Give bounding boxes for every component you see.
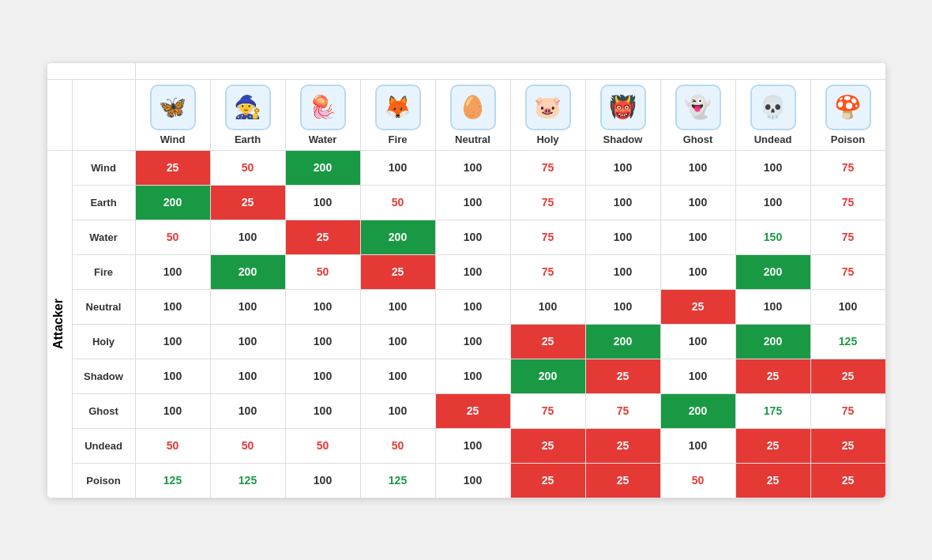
cell-shadow-neutral: 100 — [435, 359, 510, 393]
cell-fire-holy: 75 — [510, 254, 585, 289]
cell-neutral-water: 100 — [285, 289, 360, 324]
cell-holy-water: 100 — [285, 324, 360, 359]
cell-earth-poison: 75 — [810, 185, 885, 220]
cell-earth-shadow: 100 — [585, 185, 660, 220]
cell-water-undead: 150 — [735, 220, 810, 254]
cell-poison-holy: 25 — [510, 463, 585, 498]
top-left-empty — [47, 62, 135, 79]
cell-fire-shadow: 100 — [585, 254, 660, 289]
col-type-label-poison: Poison — [814, 133, 882, 148]
row-attacker-label-neutral: Neutral — [72, 289, 135, 324]
row-attacker-label-ghost: Ghost — [72, 393, 135, 428]
cell-shadow-fire: 100 — [360, 359, 435, 393]
cell-ghost-ghost: 200 — [660, 393, 735, 428]
col-header-wind: 🦋 Wind — [135, 79, 210, 150]
attacker-label: Attacker — [47, 150, 72, 498]
table-row: AttackerWind25502001001007510010010075 — [47, 150, 885, 185]
cell-neutral-holy: 100 — [510, 289, 585, 324]
shadow-icon: 👹 — [600, 85, 646, 130]
col-type-label-wind: Wind — [139, 133, 207, 148]
col-type-label-neutral: Neutral — [439, 133, 507, 148]
cell-earth-water: 100 — [285, 185, 360, 220]
row-attacker-label-undead: Undead — [72, 428, 135, 463]
row-attacker-label-fire: Fire — [72, 254, 135, 289]
cell-ghost-earth: 100 — [210, 393, 285, 428]
cell-ghost-shadow: 75 — [585, 393, 660, 428]
row-attacker-label-water: Water — [72, 220, 135, 254]
cell-shadow-shadow: 25 — [585, 359, 660, 393]
cell-wind-neutral: 100 — [435, 150, 510, 185]
row-label-spacer — [72, 79, 135, 150]
fire-icon: 🦊 — [375, 85, 421, 130]
target-header — [135, 62, 885, 79]
neutral-icon: 🥚 — [450, 85, 496, 130]
cell-poison-neutral: 100 — [435, 463, 510, 498]
earth-icon: 🧙 — [225, 85, 271, 130]
cell-poison-poison: 25 — [810, 463, 885, 498]
col-type-label-earth: Earth — [214, 133, 282, 148]
cell-fire-undead: 200 — [735, 254, 810, 289]
table-row: Neutral10010010010010010010025100100 — [47, 289, 885, 324]
cell-earth-ghost: 100 — [660, 185, 735, 220]
cell-neutral-poison: 100 — [810, 289, 885, 324]
cell-poison-shadow: 25 — [585, 463, 660, 498]
cell-neutral-fire: 100 — [360, 289, 435, 324]
row-attacker-label-earth: Earth — [72, 185, 135, 220]
col-type-label-shadow: Shadow — [589, 133, 657, 148]
cell-neutral-wind: 100 — [135, 289, 210, 324]
cell-water-holy: 75 — [510, 220, 585, 254]
cell-earth-neutral: 100 — [435, 185, 510, 220]
undead-icon: 💀 — [750, 85, 796, 130]
cell-poison-fire: 125 — [360, 463, 435, 498]
cell-undead-earth: 50 — [210, 428, 285, 463]
col-header-neutral: 🥚 Neutral — [435, 79, 510, 150]
cell-undead-water: 50 — [285, 428, 360, 463]
cell-poison-ghost: 50 — [660, 463, 735, 498]
cell-ghost-water: 100 — [285, 393, 360, 428]
cell-undead-fire: 50 — [360, 428, 435, 463]
cell-wind-undead: 100 — [735, 150, 810, 185]
col-type-label-ghost: Ghost — [664, 133, 732, 148]
col-header-holy: 🐷 Holy — [510, 79, 585, 150]
cell-shadow-poison: 25 — [810, 359, 885, 393]
cell-water-wind: 50 — [135, 220, 210, 254]
cell-holy-neutral: 100 — [435, 324, 510, 359]
cell-water-fire: 200 — [360, 220, 435, 254]
col-header-earth: 🧙 Earth — [210, 79, 285, 150]
cell-fire-earth: 200 — [210, 254, 285, 289]
cell-earth-holy: 75 — [510, 185, 585, 220]
cell-undead-shadow: 25 — [585, 428, 660, 463]
row-attacker-label-wind: Wind — [72, 150, 135, 185]
cell-wind-ghost: 100 — [660, 150, 735, 185]
cell-holy-fire: 100 — [360, 324, 435, 359]
row-attacker-label-poison: Poison — [72, 463, 135, 498]
cell-poison-wind: 125 — [135, 463, 210, 498]
cell-undead-ghost: 100 — [660, 428, 735, 463]
cell-ghost-fire: 100 — [360, 393, 435, 428]
cell-undead-holy: 25 — [510, 428, 585, 463]
cell-ghost-neutral: 25 — [435, 393, 510, 428]
table-row: Holy10010010010010025200100200125 — [47, 324, 885, 359]
holy-icon: 🐷 — [525, 85, 571, 130]
cell-poison-earth: 125 — [210, 463, 285, 498]
col-type-label-undead: Undead — [739, 133, 807, 148]
cell-wind-fire: 100 — [360, 150, 435, 185]
cell-water-poison: 75 — [810, 220, 885, 254]
table-row: Water50100252001007510010015075 — [47, 220, 885, 254]
table-row: Earth20025100501007510010010075 — [47, 185, 885, 220]
cell-undead-wind: 50 — [135, 428, 210, 463]
wind-icon: 🦋 — [150, 85, 196, 130]
cell-undead-undead: 25 — [735, 428, 810, 463]
col-header-poison: 🍄 Poison — [810, 79, 885, 150]
col-header-fire: 🦊 Fire — [360, 79, 435, 150]
table-row: Fire10020050251007510010020075 — [47, 254, 885, 289]
water-icon: 🪼 — [300, 85, 346, 130]
cell-ghost-wind: 100 — [135, 393, 210, 428]
cell-poison-water: 100 — [285, 463, 360, 498]
cell-shadow-earth: 100 — [210, 359, 285, 393]
cell-earth-undead: 100 — [735, 185, 810, 220]
cell-shadow-holy: 200 — [510, 359, 585, 393]
cell-fire-poison: 75 — [810, 254, 885, 289]
table-row: Undead5050505010025251002525 — [47, 428, 885, 463]
cell-water-shadow: 100 — [585, 220, 660, 254]
